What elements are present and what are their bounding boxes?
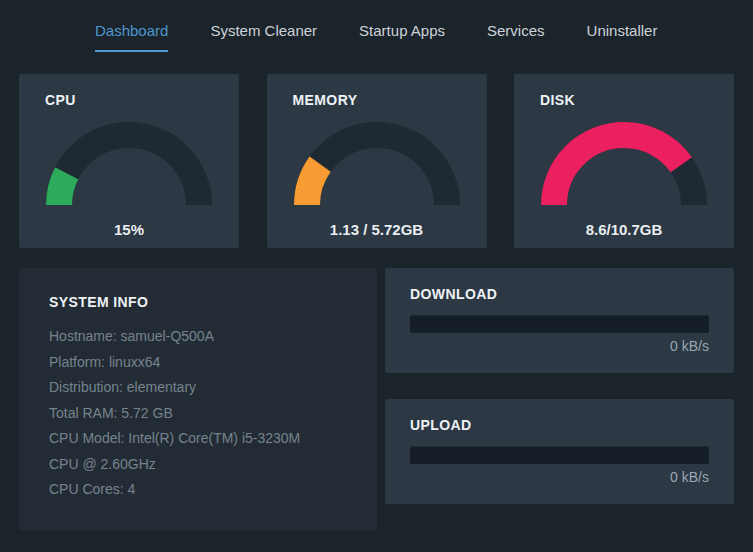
gauge-row: CPU 15% MEMORY 1.13 / 5.72GB DISK 8.6/10… [0, 74, 753, 248]
tab-services[interactable]: Services [487, 22, 545, 52]
cpu-gauge [34, 112, 224, 218]
upload-title: UPLOAD [410, 417, 709, 433]
tab-uninstaller[interactable]: Uninstaller [587, 22, 658, 52]
memory-card: MEMORY 1.13 / 5.72GB [267, 74, 487, 248]
memory-value: 1.13 / 5.72GB [267, 221, 487, 238]
memory-card-title: MEMORY [267, 92, 487, 108]
system-info-total-ram: Total RAM: 5.72 GB [49, 401, 357, 427]
system-info-distribution: Distribution: elementary [49, 375, 357, 401]
system-info-panel: SYSTEM INFO Hostname: samuel-Q500A Platf… [19, 268, 377, 530]
upload-card: UPLOAD 0 kB/s [385, 399, 734, 504]
system-info-cpu-cores: CPU Cores: 4 [49, 477, 357, 503]
lower-section: SYSTEM INFO Hostname: samuel-Q500A Platf… [0, 268, 753, 530]
tab-system-cleaner[interactable]: System Cleaner [210, 22, 317, 52]
cpu-card: CPU 15% [19, 74, 239, 248]
system-info-platform: Platform: linuxx64 [49, 350, 357, 376]
disk-card-title: DISK [514, 92, 734, 108]
upload-rate: 0 kB/s [410, 469, 709, 485]
download-title: DOWNLOAD [410, 286, 709, 302]
cpu-value: 15% [19, 221, 239, 238]
disk-gauge [529, 112, 719, 218]
download-rate: 0 kB/s [410, 338, 709, 354]
memory-gauge [282, 112, 472, 218]
system-info-title: SYSTEM INFO [49, 294, 357, 310]
disk-value: 8.6/10.7GB [514, 221, 734, 238]
download-card: DOWNLOAD 0 kB/s [385, 268, 734, 373]
system-info-cpu-speed: CPU @ 2.60GHz [49, 452, 357, 478]
upload-progressbar [410, 446, 709, 464]
top-nav: Dashboard System Cleaner Startup Apps Se… [0, 0, 753, 74]
cpu-card-title: CPU [19, 92, 239, 108]
tab-dashboard[interactable]: Dashboard [95, 22, 168, 52]
system-info-cpu-model: CPU Model: Intel(R) Core(TM) i5-3230M [49, 426, 357, 452]
tab-startup-apps[interactable]: Startup Apps [359, 22, 445, 52]
download-progressbar [410, 315, 709, 333]
network-column: DOWNLOAD 0 kB/s UPLOAD 0 kB/s [385, 268, 734, 530]
disk-card: DISK 8.6/10.7GB [514, 74, 734, 248]
system-info-hostname: Hostname: samuel-Q500A [49, 324, 357, 350]
